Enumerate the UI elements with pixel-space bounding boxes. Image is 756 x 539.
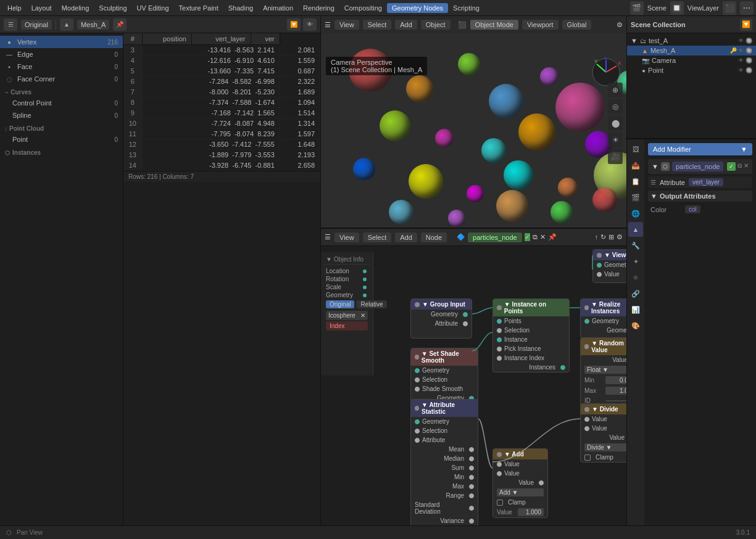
props-tab-scene[interactable]: 🎬 [628, 190, 643, 205]
props-tab-modifier[interactable]: 🔧 [628, 238, 643, 253]
viewport-icon-5[interactable]: 🎥 [608, 149, 623, 164]
prop-vert-layer-tag[interactable]: vert_layer [689, 178, 723, 186]
attr-point[interactable]: Point 0 [0, 133, 123, 146]
menu-compositing[interactable]: Compositing [339, 3, 387, 13]
instances-section-header[interactable]: ⬡ Instances [0, 146, 123, 157]
node-extra-checkbox[interactable]: Clamp [493, 498, 547, 507]
pin-icon[interactable]: 📌 [113, 19, 127, 31]
object-dropdown[interactable]: Mesh_A [77, 20, 109, 30]
point-cloud-section-header[interactable]: : Point Cloud [0, 121, 123, 133]
menu-help[interactable]: Help [2, 3, 27, 13]
field-value[interactable]: 1.000 [605, 387, 626, 395]
modifier-enabled-icon[interactable]: ✓ [727, 162, 736, 171]
obj-info-original-btn[interactable]: Original [326, 300, 354, 308]
node-viewer[interactable]: ▼ Viewer Geometry Value [592, 249, 626, 283]
props-tab-render[interactable]: 🖼 [628, 142, 643, 157]
viewport-object-btn[interactable]: Object [421, 20, 451, 30]
tree-item-camera[interactable]: 📷 Camera 👁 🔘 [627, 56, 756, 65]
field-value[interactable]: 0.000 [605, 376, 626, 384]
attr-edge[interactable]: — Edge 0 [0, 48, 123, 60]
viewport-mode-dropdown[interactable]: Object Mode [470, 20, 518, 30]
curves-section-header[interactable]: ~ Curves [0, 85, 123, 97]
select-label[interactable]: Float ▼ [584, 366, 626, 374]
node-extra-select[interactable]: Add ▼ [493, 487, 547, 498]
menu-layout[interactable]: Layout [27, 3, 57, 13]
color-value[interactable]: col [685, 205, 700, 213]
props-tab-data[interactable]: 📊 [628, 302, 643, 317]
outliner-filter-btn[interactable]: 🔽 [740, 19, 752, 31]
props-tab-view-layer[interactable]: 📋 [628, 174, 643, 189]
node-add-btn[interactable]: Add [395, 232, 417, 242]
mode-dropdown[interactable]: Original [21, 20, 52, 30]
props-tab-particles[interactable]: ✦ [628, 254, 643, 269]
menu-sculpting[interactable]: Sculpting [94, 3, 131, 13]
attr-face[interactable]: ▪ Face 0 [0, 60, 123, 73]
props-tab-output[interactable]: 📤 [628, 158, 643, 173]
props-tab-physics[interactable]: ⚛ [628, 270, 643, 285]
modifier-delete-icon[interactable]: ✕ [744, 162, 749, 171]
menu-shading[interactable]: Shading [223, 3, 258, 13]
node-up-icon[interactable]: ↑ [595, 233, 599, 241]
select-label[interactable]: Divide ▼ [584, 443, 626, 451]
field-value[interactable]: 1.000 [518, 508, 544, 516]
menu-uv-editing[interactable]: UV Editing [132, 3, 174, 13]
viewport-add-btn[interactable]: Add [395, 20, 417, 30]
node-close-icon[interactable]: ✕ [540, 233, 546, 241]
add-modifier-btn[interactable]: Add Modifier ▼ [648, 143, 752, 155]
node-check-icon[interactable]: ✓ [525, 233, 530, 241]
node-filename[interactable]: particles_node [468, 232, 522, 242]
viewport-options-btn[interactable]: ⚙ [617, 21, 623, 29]
node-realize-instances[interactable]: ▼ Realize Instances Geometry Geometry [580, 298, 626, 339]
field-value[interactable] [605, 400, 626, 401]
props-tab-constraints[interactable]: 🔗 [628, 286, 643, 301]
viewport-view-btn[interactable]: View [334, 20, 359, 30]
node-extra-select[interactable]: Float ▼ [581, 364, 626, 375]
props-tab-world[interactable]: 🌐 [628, 206, 643, 221]
tree-item-scene-collection[interactable]: ▼ 🗂 test_A 👁 🔘 [627, 36, 756, 46]
node-grid-icon[interactable]: ⊞ [609, 233, 614, 241]
fullscreen-btn[interactable]: ⬛ [723, 1, 736, 15]
scene-selector[interactable]: 🎬 [630, 1, 644, 15]
select-label[interactable]: Add ▼ [497, 488, 544, 496]
node-extra-select[interactable]: Divide ▼ [581, 442, 626, 453]
more-btn[interactable]: ⋯ [740, 1, 754, 15]
viewport-viewport-btn[interactable]: Viewport [522, 20, 559, 30]
obj-info-relative-btn[interactable]: Relative [357, 300, 386, 308]
menu-modeling[interactable]: Modeling [57, 3, 94, 13]
attr-control-point[interactable]: Control Point 0 [0, 97, 123, 109]
attr-spline[interactable]: Spline 0 [0, 109, 123, 121]
viewport-icon-4[interactable]: ☀ [608, 133, 623, 147]
node-attribute-statistic[interactable]: ▼ Attribute Statistic Geometry Selection… [410, 399, 478, 525]
node-select-btn[interactable]: Select [363, 232, 392, 242]
checkbox-icon[interactable] [584, 455, 591, 461]
attr-face-corner[interactable]: ◌ Face Corner 0 [0, 73, 123, 85]
menu-rendering[interactable]: Rendering [298, 3, 339, 13]
menu-animation[interactable]: Animation [258, 3, 298, 13]
menu-geometry-nodes[interactable]: Geometry Nodes [387, 3, 448, 13]
node-pin-icon[interactable]: 📌 [548, 233, 557, 241]
node-editor-menu-btn[interactable]: ☰ [325, 233, 331, 241]
viewport-icon-1[interactable]: ⊕ [608, 83, 623, 97]
attr-vertex[interactable]: ● Vertex 216 [0, 36, 123, 48]
modifier-header[interactable]: ▼ ⬡ particles_node ✓ ⧉ ✕ [648, 159, 752, 174]
node-instance-on-points[interactable]: ▼ Instance on Points Points Selection In… [492, 298, 570, 372]
viewport-menu-btn[interactable]: ☰ [325, 21, 331, 29]
viewport-icon-2[interactable]: ◎ [608, 99, 623, 114]
props-tab-material[interactable]: 🎨 [628, 318, 643, 333]
node-divide[interactable]: ▼ Divide Value Value Value Divide ▼ Clam… [580, 403, 626, 463]
modifier-copy-icon[interactable]: ⧉ [737, 162, 742, 171]
viewport-icon-3[interactable]: ⬤ [608, 116, 623, 131]
tree-item-mesh-a[interactable]: ▲ Mesh_A 🔑 👁 🔘 [627, 46, 756, 56]
node-add-node[interactable]: ▼ Add Value Value Value Add ▼ Clamp [492, 448, 548, 518]
viewport-select-btn[interactable]: Select [363, 20, 392, 30]
filter-icon[interactable]: 🔽 [287, 19, 301, 31]
spreadsheet-menu-btn[interactable]: ☰ [4, 19, 17, 31]
node-settings-icon[interactable]: ⚙ [617, 233, 623, 241]
viewlayer-selector[interactable]: 🔲 [670, 1, 684, 15]
isosphere-box[interactable]: Icosphere ✕ [326, 311, 368, 320]
viewport-mode-icon[interactable]: ⬛ [458, 21, 467, 29]
viewport-global-dropdown[interactable]: Global [562, 20, 592, 30]
node-copy-icon[interactable]: ⧉ [533, 233, 538, 241]
isosphere-close[interactable]: ✕ [360, 312, 365, 319]
node-refresh-icon[interactable]: ↻ [600, 233, 606, 241]
